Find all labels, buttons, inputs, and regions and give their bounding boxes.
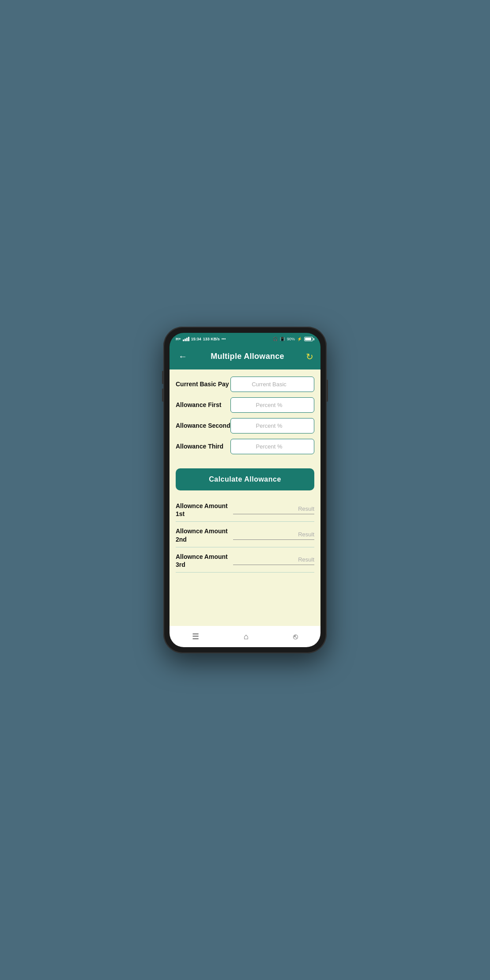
phone-frame: H+ 15:34 133 KB/s ••• 🎧 📳 90% ⚡ [163, 327, 327, 653]
status-right: 🎧 📳 90% ⚡ [273, 337, 314, 341]
more-dots: ••• [222, 337, 226, 341]
battery-percent: 90% [287, 337, 295, 341]
input-allowance-first[interactable] [230, 397, 314, 413]
result-label-3: Allownce Amount 3rd [176, 553, 233, 569]
volume-down-btn[interactable] [162, 388, 164, 402]
form-row-allowance-second: Allowance Second [176, 418, 314, 433]
signal-bars [183, 337, 189, 341]
input-basic-pay[interactable] [230, 377, 314, 392]
label-basic-pay: Current Basic Pay [176, 380, 229, 388]
result-row-2: Allownce Amount 2nd Result [176, 522, 314, 547]
nav-back-button[interactable]: ⎋ [293, 632, 298, 641]
phone-screen: H+ 15:34 133 KB/s ••• 🎧 📳 90% ⚡ [170, 333, 320, 647]
label-allowance-first: Allowance First [176, 401, 221, 409]
top-bar: ← Multiple Allowance ↻ [170, 345, 320, 369]
result-row-1: Allownce Amount 1st Result [176, 497, 314, 522]
signal-type: H+ [176, 337, 181, 341]
result-label-2: Allownce Amount 2nd [176, 527, 233, 543]
signal-bar-4 [188, 337, 189, 341]
network-speed: 133 KB/s [203, 337, 220, 341]
form-row-allowance-third: Allowance Third [176, 439, 314, 454]
volume-up-btn[interactable] [162, 371, 164, 384]
form-section: Current Basic Pay Allowance First Allowa… [170, 369, 320, 464]
page-title: Multiple Allowance [211, 352, 284, 361]
signal-bar-3 [186, 338, 188, 341]
nav-home-button[interactable]: ⌂ [244, 632, 249, 641]
result-label-1: Allownce Amount 1st [176, 502, 233, 518]
vibrate-icon: 📳 [280, 337, 285, 341]
input-allowance-third[interactable] [230, 439, 314, 454]
nav-menu-button[interactable]: ☰ [192, 632, 199, 641]
status-left: H+ 15:34 133 KB/s ••• [176, 337, 226, 341]
headphone-icon: 🎧 [273, 337, 278, 341]
refresh-button[interactable]: ↻ [306, 351, 313, 362]
result-value-3: Result [233, 556, 314, 565]
time-display: 15:34 [191, 337, 201, 341]
label-allowance-second: Allowance Second [176, 422, 230, 430]
result-row-3: Allownce Amount 3rd Result [176, 547, 314, 573]
power-btn[interactable] [326, 380, 328, 402]
battery-icon [304, 337, 314, 341]
input-allowance-second[interactable] [230, 418, 314, 433]
status-bar: H+ 15:34 133 KB/s ••• 🎧 📳 90% ⚡ [170, 333, 320, 345]
signal-bar-1 [183, 339, 184, 341]
signal-bar-2 [185, 339, 186, 341]
back-button[interactable]: ← [177, 350, 189, 363]
label-allowance-third: Allowance Third [176, 442, 223, 450]
form-row-allowance-first: Allowance First [176, 397, 314, 413]
result-section: Allownce Amount 1st Result Allownce Amou… [170, 497, 320, 573]
calculate-button[interactable]: Calculate Allowance [176, 468, 314, 490]
main-content: Current Basic Pay Allowance First Allowa… [170, 369, 320, 626]
result-value-2: Result [233, 531, 314, 540]
form-row-basic-pay: Current Basic Pay [176, 377, 314, 392]
result-value-1: Result [233, 505, 314, 514]
nav-bar: ☰ ⌂ ⎋ [170, 626, 320, 647]
bolt-icon: ⚡ [297, 337, 302, 341]
